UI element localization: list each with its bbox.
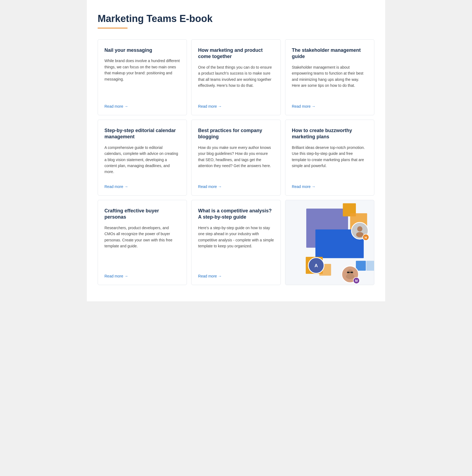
illustration-container: A H	[285, 200, 374, 285]
card-title: How marketing and product come together	[198, 47, 274, 60]
title-underline	[98, 28, 127, 28]
card-buyer-personas: Crafting effective buyer personas Resear…	[98, 200, 187, 285]
svg-rect-18	[347, 272, 350, 273]
card-title: Crafting effective buyer personas	[104, 208, 180, 221]
card-title: Step-by-step editorial calendar manageme…	[104, 127, 180, 140]
card-description: While brand does involve a hundred diffe…	[104, 58, 180, 99]
card-title: The stakeholder management guide	[292, 47, 368, 60]
card-stakeholder-management: The stakeholder management guide Stakeho…	[285, 39, 374, 115]
read-more-blogging[interactable]: Read more →	[198, 184, 274, 189]
page-wrapper: Marketing Teams E-book Nail your messagi…	[87, 0, 385, 301]
svg-point-21	[346, 274, 354, 279]
card-title: Nail your messaging	[104, 47, 180, 53]
card-description: A comprehensive guide to editorial calen…	[104, 145, 180, 179]
read-more-nail-messaging[interactable]: Read more →	[104, 104, 180, 108]
card-description: How do you make sure every author knows …	[198, 145, 274, 179]
card-title: Best practices for company blogging	[198, 127, 274, 140]
read-more-stakeholder[interactable]: Read more →	[292, 104, 368, 108]
svg-text:M: M	[355, 279, 358, 282]
card-marketing-product: How marketing and product come together …	[191, 39, 280, 115]
card-title: How to create buzzworthy marketing plans	[292, 127, 368, 140]
card-title: What is a competitive analysis? A step-b…	[198, 208, 274, 221]
svg-text:H: H	[365, 236, 367, 239]
read-more-buzzworthy[interactable]: Read more →	[292, 184, 368, 189]
read-more-competitive[interactable]: Read more →	[198, 274, 274, 278]
card-description: Brilliant ideas deserve top-notch promot…	[292, 145, 368, 179]
svg-rect-19	[350, 272, 353, 273]
card-description: Here's a step-by-step guide on how to st…	[198, 225, 274, 269]
illustration-svg: A H	[285, 200, 374, 285]
svg-rect-7	[356, 261, 366, 271]
card-description: Stakeholder management is about empoweri…	[292, 64, 368, 99]
page-title: Marketing Teams E-book	[98, 13, 374, 24]
card-competitive-analysis: What is a competitive analysis? A step-b…	[191, 200, 280, 285]
read-more-buyer-personas[interactable]: Read more →	[104, 274, 180, 278]
svg-rect-8	[366, 261, 374, 271]
card-description: Researchers, product developers, and CMO…	[104, 225, 180, 269]
svg-text:A: A	[314, 263, 318, 269]
card-nail-messaging: Nail your messaging While brand does inv…	[98, 39, 187, 115]
card-buzzworthy-plans: How to create buzzworthy marketing plans…	[285, 120, 374, 196]
svg-point-13	[356, 232, 363, 237]
card-editorial-calendar: Step-by-step editorial calendar manageme…	[98, 120, 187, 196]
svg-point-12	[357, 226, 362, 231]
card-illustration: A H	[285, 200, 374, 285]
read-more-marketing-product[interactable]: Read more →	[198, 104, 274, 108]
cards-grid: Nail your messaging While brand does inv…	[98, 39, 374, 285]
card-company-blogging: Best practices for company blogging How …	[191, 120, 280, 196]
read-more-editorial[interactable]: Read more →	[104, 184, 180, 189]
card-description: One of the best things you can do to ens…	[198, 64, 274, 99]
